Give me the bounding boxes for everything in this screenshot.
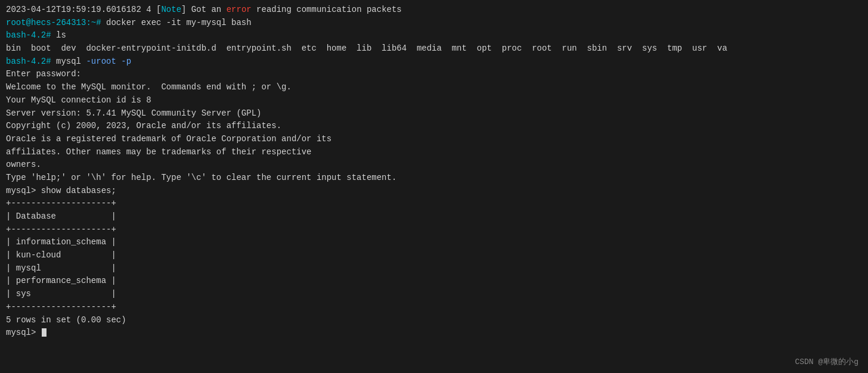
terminal-line: mysql> show databases; <box>6 185 862 198</box>
terminal-line: | sys | <box>6 288 862 301</box>
terminal-line: Enter password: <box>6 68 862 81</box>
terminal-text-segment: error <box>227 5 252 14</box>
terminal-line: | kun-cloud | <box>6 249 862 262</box>
terminal-line: +--------------------+ <box>6 301 862 314</box>
terminal-line: | mysql | <box>6 262 862 275</box>
terminal-line: bash-4.2# ls <box>6 29 862 42</box>
terminal-line: bin boot dev docker-entrypoint-initdb.d … <box>6 42 862 55</box>
terminal-text-segment: ls <box>56 30 66 40</box>
terminal-text-segment: Your MySQL connection id is 8 <box>6 95 151 105</box>
terminal-line: bash-4.2# mysql -uroot -p <box>6 55 862 69</box>
terminal-text-segment: Welcome to the MySQL monitor. Commands e… <box>6 82 292 92</box>
terminal-text-segment: 5 rows in set (0.00 sec) <box>6 315 126 325</box>
terminal-text-segment: | sys | <box>6 289 116 299</box>
terminal-text-segment: +--------------------+ <box>6 302 116 312</box>
terminal-line: 2023-04-12T19:59:19.6016182 4 [Note] Got… <box>6 4 862 17</box>
terminal-text-segment: mysql <box>56 57 86 66</box>
terminal-text-segment: +--------------------+ <box>6 198 116 208</box>
terminal-text-segment: show databases; <box>41 186 116 195</box>
terminal-line: | performance_schema | <box>6 275 862 288</box>
terminal-line: 5 rows in set (0.00 sec) <box>6 314 862 327</box>
terminal-text-segment <box>116 57 121 66</box>
terminal-text-segment: root@hecs-264313:~# <box>6 18 106 27</box>
terminal-text-segment: bin boot dev docker-entrypoint-initdb.d … <box>6 43 727 53</box>
terminal-text-segment: mysql> <box>6 186 41 195</box>
terminal-text-segment: | information_schema | <box>6 237 116 247</box>
terminal-text-segment: reading communication packets <box>252 5 402 14</box>
terminal-line: | Database | <box>6 210 862 223</box>
terminal-text-segment: Note <box>161 5 181 14</box>
terminal-text-segment: Type 'help;' or '\h' for help. Type '\c'… <box>6 173 396 182</box>
terminal-text-segment: Copyright (c) 2000, 2023, Oracle and/or … <box>6 121 281 130</box>
terminal-text-segment: | Database | <box>6 212 116 221</box>
terminal-text-segment: Oracle is a registered trademark of Orac… <box>6 134 331 144</box>
terminal-text-segment: bash-4.2# <box>6 57 56 66</box>
terminal-window: 2023-04-12T19:59:19.6016182 4 [Note] Got… <box>0 0 868 373</box>
terminal-text-segment: | performance_schema | <box>6 276 116 285</box>
terminal-line: Oracle is a registered trademark of Orac… <box>6 133 862 146</box>
terminal-line: mysql> <box>6 327 862 340</box>
terminal-text-segment: affiliates. Other names may be trademark… <box>6 147 311 157</box>
terminal-line: | information_schema | <box>6 236 862 249</box>
terminal-line: owners. <box>6 158 862 172</box>
terminal-line: Welcome to the MySQL monitor. Commands e… <box>6 81 862 94</box>
terminal-text-segment: bash-4.2# <box>6 30 56 40</box>
terminal-text-segment: mysql> <box>6 328 41 337</box>
terminal-line: affiliates. Other names may be trademark… <box>6 146 862 159</box>
terminal-line: Server version: 5.7.41 MySQL Community S… <box>6 107 862 120</box>
terminal-line: Copyright (c) 2000, 2023, Oracle and/or … <box>6 120 862 133</box>
terminal-line: +--------------------+ <box>6 223 862 237</box>
terminal-text-segment: docker exec -it my-mysql bash <box>106 18 252 27</box>
terminal-text-segment: Enter password: <box>6 69 86 79</box>
terminal-text-segment: -p <box>121 57 131 66</box>
terminal-line: +--------------------+ <box>6 197 862 210</box>
watermark: CSDN @卑微的小g <box>795 356 858 368</box>
terminal-text-segment: | kun-cloud | <box>6 250 116 260</box>
terminal-text-segment: 2023-04-12T19:59:19.6016182 4 [ <box>6 5 161 14</box>
terminal-cursor <box>42 328 46 337</box>
terminal-text-segment: -uroot <box>86 57 116 66</box>
terminal-text-segment: +--------------------+ <box>6 225 116 234</box>
terminal-line: Type 'help;' or '\h' for help. Type '\c'… <box>6 172 862 185</box>
terminal-line: root@hecs-264313:~# docker exec -it my-m… <box>6 17 862 30</box>
terminal-text-segment: | mysql | <box>6 263 116 273</box>
terminal-output: 2023-04-12T19:59:19.6016182 4 [Note] Got… <box>6 4 862 340</box>
terminal-text-segment: ] Got an <box>181 5 227 14</box>
terminal-line: Your MySQL connection id is 8 <box>6 94 862 107</box>
terminal-text-segment: owners. <box>6 160 41 169</box>
terminal-text-segment: Server version: 5.7.41 MySQL Community S… <box>6 108 261 118</box>
